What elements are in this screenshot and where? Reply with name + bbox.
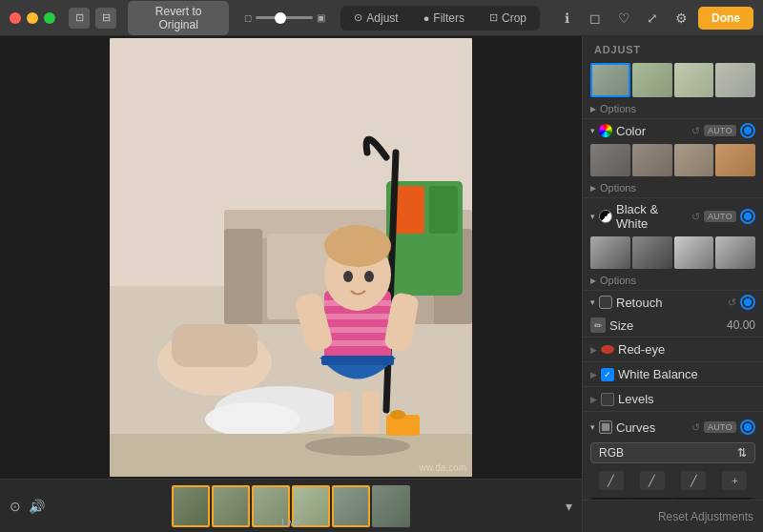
color-auto-badge[interactable]: AUTO — [704, 125, 736, 136]
light-thumb-2[interactable] — [632, 63, 672, 97]
info-button[interactable]: ℹ — [555, 7, 578, 30]
bw-section-header[interactable]: ▾ Black & White ↺ AUTO — [583, 198, 763, 235]
adjust-icon: ⊙ — [354, 11, 362, 24]
color-check-icon[interactable] — [599, 124, 612, 137]
curves-toggle[interactable] — [740, 419, 755, 435]
retouch-check-icon[interactable] — [599, 296, 612, 309]
retouch-toggle[interactable] — [740, 295, 755, 310]
filmstrip-thumb-2[interactable] — [212, 485, 250, 527]
thumb-inner-5 — [334, 487, 368, 525]
bw-reset-icon[interactable]: ↺ — [691, 211, 700, 223]
curves-check-inner — [602, 423, 609, 431]
favorites-button[interactable]: ♡ — [612, 7, 635, 30]
filmstrip-thumb-6[interactable] — [372, 485, 410, 527]
curves-toggle-dot — [744, 423, 752, 431]
tab-adjust[interactable]: ⊙ Adjust — [342, 8, 409, 29]
svg-point-36 — [390, 410, 405, 419]
color-chevron-icon: ▾ — [590, 126, 595, 135]
settings-button[interactable]: ⚙ — [670, 7, 692, 30]
slider-track[interactable] — [256, 16, 313, 19]
window-icon-1[interactable]: ⊡ — [69, 8, 90, 29]
color-thumb-1[interactable] — [590, 144, 630, 176]
bw-thumb-1[interactable] — [590, 236, 630, 269]
maximize-button[interactable] — [44, 12, 55, 24]
traffic-lights — [10, 12, 55, 24]
bw-section-title: Black & White — [616, 202, 688, 231]
retouch-reset-icon[interactable]: ↺ — [728, 297, 736, 309]
color-options-label[interactable]: Options — [600, 182, 636, 194]
filmstrip-person-icon[interactable]: ⊙ — [10, 499, 21, 514]
whitebalance-section: ▶ ✓ White Balance — [583, 362, 763, 387]
minimize-button[interactable] — [27, 12, 38, 24]
bw-thumb-4[interactable] — [715, 236, 755, 269]
curves-channel-label: RGB — [599, 446, 624, 460]
filmstrip-speaker-icon[interactable]: 🔊 — [29, 499, 45, 514]
curves-eyedropper-1-button[interactable]: ╱ — [599, 471, 624, 490]
light-options-label[interactable]: Options — [600, 103, 636, 114]
done-button[interactable]: Done — [698, 7, 753, 30]
tab-crop-label: Crop — [502, 11, 526, 25]
panel-scroll: ▶ Options ▾ Color ↺ AUTO — [583, 59, 763, 500]
levels-row: ▶ Levels — [583, 387, 763, 411]
light-thumb-4[interactable] — [715, 63, 755, 97]
bw-thumb-2[interactable] — [632, 236, 672, 269]
curves-tools: ╱ ╱ ╱ + — [583, 467, 763, 494]
svg-rect-4 — [224, 229, 262, 324]
color-thumb-4[interactable] — [715, 144, 755, 176]
curves-channel-dropdown[interactable]: RGB ⇅ — [590, 442, 755, 463]
redeye-label: Red-eye — [618, 342, 665, 357]
svg-point-31 — [324, 225, 391, 267]
bw-auto-badge[interactable]: AUTO — [704, 211, 736, 222]
light-thumb-1[interactable] — [590, 63, 630, 97]
retouch-size-value: 40.00 — [727, 318, 755, 332]
tab-crop[interactable]: ⊡ Crop — [478, 8, 538, 29]
light-options-row: ▶ Options — [583, 101, 763, 118]
color-toggle[interactable] — [740, 123, 755, 138]
bw-check-icon[interactable] — [599, 210, 612, 223]
expand-button[interactable]: ⤢ — [641, 7, 664, 30]
tab-filters[interactable]: ● Filters — [412, 8, 476, 29]
levels-label: Levels — [618, 392, 654, 406]
curves-eyedropper-3-button[interactable]: ╱ — [681, 471, 706, 490]
filmstrip-arrow-icon[interactable]: ▾ — [566, 499, 572, 514]
bw-toggle-dot — [744, 213, 752, 220]
curves-auto-badge[interactable]: AUTO — [704, 421, 736, 433]
curves-eyedropper-2-button[interactable]: ╱ — [640, 471, 665, 490]
share-button[interactable]: ◻ — [584, 7, 607, 30]
svg-point-32 — [343, 271, 353, 282]
curves-add-point-button[interactable]: + — [722, 471, 747, 490]
bw-options-label[interactable]: Options — [600, 275, 636, 286]
revert-to-original-button[interactable]: Revert to Original — [128, 1, 229, 35]
light-thumb-3[interactable] — [674, 63, 714, 97]
color-thumb-2[interactable] — [632, 144, 672, 176]
svg-point-16 — [205, 402, 300, 437]
bw-thumb-3[interactable] — [674, 236, 714, 269]
reset-adjustments-button[interactable]: Reset Adjustments — [658, 510, 753, 523]
curves-reset-icon[interactable]: ↺ — [691, 421, 700, 434]
bw-toggle[interactable] — [740, 209, 755, 224]
curves-header[interactable]: ▾ Curves ↺ AUTO — [583, 416, 763, 439]
color-section-header[interactable]: ▾ Color ↺ AUTO — [583, 119, 763, 142]
whitebalance-checkbox[interactable]: ✓ — [601, 368, 614, 381]
color-thumb-3[interactable] — [674, 144, 714, 176]
titlebar: ⊡ ⊟ Revert to Original ◻ ▣ ⊙ Adjust ● Fi… — [0, 0, 763, 36]
curves-check-icon[interactable] — [599, 420, 612, 434]
photo-image[interactable]: ww.da.com — [110, 38, 472, 477]
retouch-section-header[interactable]: ▾ Retouch ↺ — [583, 291, 763, 314]
filmstrip-thumb-5[interactable] — [332, 485, 370, 527]
curves-title: Curves — [616, 420, 688, 435]
window-icon-2[interactable]: ⊟ — [95, 8, 116, 29]
panel-footer: Reset Adjustments — [583, 500, 763, 532]
svg-point-37 — [305, 437, 410, 456]
wb-chevron-icon: ▶ — [590, 370, 597, 379]
levels-checkbox[interactable] — [601, 393, 614, 406]
filmstrip-thumb-1[interactable] — [172, 485, 210, 527]
close-button[interactable] — [10, 12, 21, 24]
slider-thumb[interactable] — [275, 12, 286, 24]
curves-graph[interactable] — [590, 498, 755, 500]
color-options-chevron: ▶ — [590, 184, 596, 193]
bw-options-row: ▶ Options — [583, 273, 763, 290]
color-reset-icon[interactable]: ↺ — [691, 125, 700, 137]
bw-thumb-grid — [583, 235, 763, 273]
light-section: ▶ Options — [583, 59, 763, 119]
